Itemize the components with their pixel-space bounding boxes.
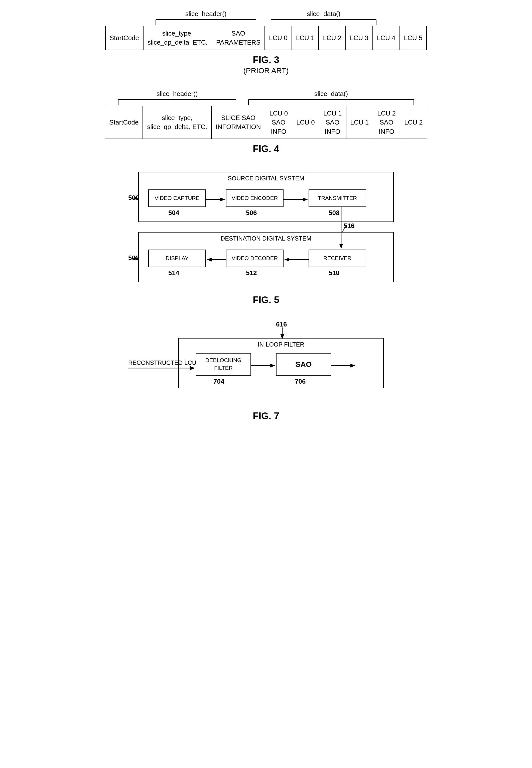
fig3-bracket-left-label: slice_header(): [185, 10, 227, 18]
receiver-label: RECEIVER: [323, 255, 351, 261]
fig3-cell-lcu4: LCU 4: [373, 26, 400, 50]
fig5-title: FIG. 5: [253, 295, 279, 305]
fig4-cell-lcu1-sao: LCU 1SAOINFO: [319, 106, 346, 139]
label-616: 616: [276, 320, 287, 328]
sao-box: SAO: [276, 353, 331, 375]
video-capture-box: VIDEO CAPTURE: [148, 189, 206, 207]
label-706: 706: [295, 377, 306, 386]
fig3-bracket-right-label: slice_data(): [307, 10, 340, 18]
fig3-cell-lcu0: LCU 0: [265, 26, 292, 50]
fig3-cell-lcu2: LCU 2: [319, 26, 346, 50]
video-decoder-box: VIDEO DECODER: [226, 249, 284, 267]
display-label: DISPLAY: [166, 255, 188, 261]
fig7-section: 616 IN-LOOP FILTER RECONSTRUCTED LCUs DE…: [15, 320, 517, 422]
fig4-title: FIG. 4: [253, 144, 279, 154]
label-506: 506: [246, 209, 257, 217]
fig4-cell-slicetype: slice_type,slice_qp_delta, ETC.: [143, 106, 211, 139]
fig3-cell-sao-params: SAOPARAMETERS: [212, 26, 265, 50]
label-510: 510: [329, 269, 339, 277]
fig4-cell-lcu1: LCU 1: [346, 106, 373, 139]
fig4-cell-lcu0: LCU 0: [292, 106, 319, 139]
fig4-section: slice_header() slice_data() StartCode sl…: [15, 90, 517, 154]
inloop-filter-title: IN-LOOP FILTER: [258, 341, 304, 348]
deblocking-filter-box: DEBLOCKINGFILTER: [196, 353, 251, 375]
label-502: 502: [128, 254, 139, 262]
fig3-table: StartCode slice_type,slice_qp_delta, ETC…: [105, 26, 427, 50]
fig4-bracket-left-label: slice_header(): [157, 90, 198, 98]
dest-system-title: DESTINATION DIGITAL SYSTEM: [221, 235, 311, 242]
fig3-section: slice_header() slice_data() StartCode sl…: [15, 10, 517, 75]
fig4-cell-lcu2: LCU 2: [400, 106, 427, 139]
fig3-cell-lcu3: LCU 3: [346, 26, 373, 50]
source-system-title: SOURCE DIGITAL SYSTEM: [228, 175, 304, 182]
label-514: 514: [168, 269, 179, 277]
fig3-cell-startcode: StartCode: [105, 26, 143, 50]
sao-label: SAO: [295, 360, 312, 368]
fig4-bracket-right-label: slice_data(): [314, 90, 348, 98]
deblocking-filter-label: DEBLOCKINGFILTER: [205, 356, 241, 372]
label-500: 500: [128, 194, 139, 202]
fig3-cell-lcu5: LCU 5: [400, 26, 427, 50]
label-512: 512: [246, 269, 257, 277]
reconstructed-lcus-label: RECONSTRUCTED LCUs: [128, 359, 199, 366]
transmitter-label: TRANSMITTER: [318, 195, 357, 201]
fig4-cell-lcu0-sao: LCU 0SAOINFO: [265, 106, 292, 139]
video-encoder-box: VIDEO ENCODER: [226, 189, 284, 207]
label-504: 504: [168, 209, 179, 217]
fig3-title: FIG. 3: [253, 55, 279, 65]
fig5-section: SOURCE DIGITAL SYSTEM VIDEO CAPTURE 504 …: [15, 169, 517, 305]
fig3-subtitle: (PRIOR ART): [243, 66, 289, 75]
fig4-cell-lcu2-sao: LCU 2SAOINFO: [373, 106, 400, 139]
fig7-title: FIG. 7: [253, 411, 279, 422]
display-box: DISPLAY: [148, 249, 206, 267]
fig4-cell-slice-sao: SLICE SAOINFORMATION: [211, 106, 265, 139]
label-704: 704: [213, 377, 224, 386]
fig3-cell-lcu1: LCU 1: [292, 26, 319, 50]
label-508: 508: [329, 209, 339, 217]
fig4-cell-startcode: StartCode: [105, 106, 143, 139]
fig4-table: StartCode slice_type,slice_qp_delta, ETC…: [105, 106, 427, 139]
fig3-cell-slicetype: slice_type,slice_qp_delta, ETC.: [143, 26, 212, 50]
receiver-box: RECEIVER: [309, 249, 366, 267]
video-encoder-label: VIDEO ENCODER: [232, 195, 278, 201]
transmitter-box: TRANSMITTER: [309, 189, 366, 207]
video-decoder-label: VIDEO DECODER: [232, 255, 278, 261]
video-capture-label: VIDEO CAPTURE: [155, 195, 200, 201]
